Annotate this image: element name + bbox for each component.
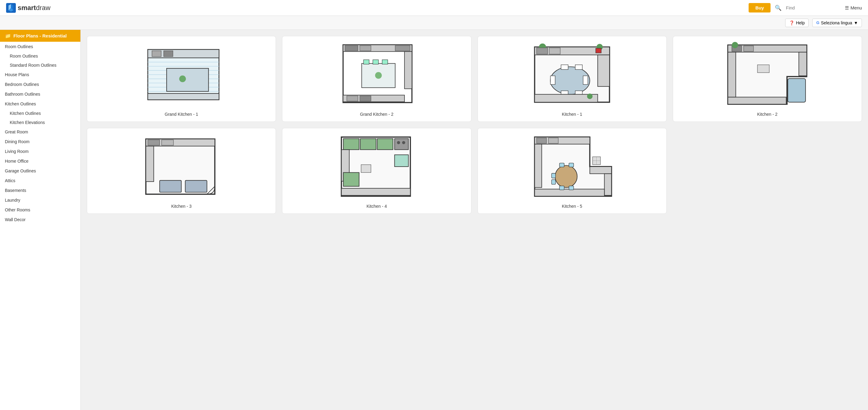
- svg-rect-25: [395, 46, 410, 51]
- svg-rect-42: [550, 76, 555, 84]
- search-button[interactable]: 🔍: [775, 5, 781, 11]
- svg-rect-84: [534, 144, 541, 187]
- menu-button[interactable]: ☰ Menu: [845, 5, 862, 11]
- sidebar-item-wall-decor[interactable]: Wall Decor: [0, 215, 81, 224]
- template-label-kitchen-5: Kitchen - 5: [562, 204, 582, 209]
- template-preview-grand-kitchen-1: [92, 41, 271, 108]
- template-preview-kitchen-2: [678, 41, 857, 108]
- sidebar-item-bathroom[interactable]: Bathroom Outlines: [0, 89, 81, 99]
- template-card-grand-kitchen-1[interactable]: Grand Kitchen - 1: [87, 36, 276, 122]
- search-input[interactable]: [786, 5, 841, 10]
- template-card-kitchen-5[interactable]: Kitchen - 5: [477, 128, 667, 214]
- sidebar-item-attics[interactable]: Attics: [0, 176, 81, 186]
- sub-header: ❓ Help G Seleziona lingua ▼: [0, 16, 868, 30]
- sidebar-sub-item-standard-room[interactable]: Standard Room Outlines: [0, 61, 81, 70]
- template-grid-row1: Grand Kitchen - 1: [87, 36, 862, 122]
- svg-rect-45: [575, 65, 582, 70]
- svg-rect-88: [569, 163, 574, 167]
- svg-rect-24: [360, 46, 371, 51]
- svg-rect-30: [373, 60, 378, 64]
- svg-rect-37: [597, 55, 610, 87]
- svg-rect-54: [744, 46, 753, 52]
- svg-rect-70: [343, 138, 359, 150]
- template-card-grand-kitchen-2[interactable]: Grand Kitchen - 2: [282, 36, 471, 122]
- svg-point-74: [397, 141, 400, 144]
- sidebar-item-other-rooms[interactable]: Other Rooms: [0, 205, 81, 215]
- svg-rect-57: [728, 97, 786, 104]
- help-button[interactable]: ❓ Help: [785, 19, 809, 27]
- sidebar-active-item[interactable]: 📁 Floor Plans - Residential: [0, 30, 81, 42]
- svg-rect-31: [382, 60, 388, 64]
- svg-rect-89: [552, 173, 556, 178]
- empty-cell: [673, 128, 862, 214]
- sidebar-item-bedroom[interactable]: Bedroom Outlines: [0, 80, 81, 89]
- svg-rect-93: [537, 138, 547, 144]
- main-content: Grand Kitchen - 1: [81, 30, 868, 226]
- sidebar-item-kitchen-outlines[interactable]: Kitchen Outlines: [0, 99, 81, 109]
- sidebar-item-great-room[interactable]: Great Room: [0, 127, 81, 137]
- svg-rect-90: [552, 180, 556, 185]
- sidebar-item-room-outlines[interactable]: Room Outlines: [0, 42, 81, 52]
- google-icon: G: [816, 21, 819, 25]
- svg-rect-60: [757, 65, 769, 73]
- sidebar-item-house-plans[interactable]: House Plans: [0, 70, 81, 80]
- sidebar-item-living-room[interactable]: Living Room: [0, 147, 81, 156]
- svg-rect-33: [347, 96, 358, 101]
- svg-rect-72: [377, 138, 393, 150]
- template-preview-kitchen-3: [92, 133, 271, 200]
- template-preview-kitchen-4: [287, 133, 466, 200]
- sidebar-sub-item-kitchen-elevations[interactable]: Kitchen Elevations: [0, 118, 81, 127]
- folder-icon: 📁: [5, 33, 11, 39]
- svg-rect-65: [146, 146, 154, 182]
- svg-rect-91: [559, 186, 564, 190]
- svg-rect-64: [162, 140, 174, 145]
- svg-rect-59: [788, 78, 806, 102]
- buy-button[interactable]: Buy: [749, 3, 771, 12]
- sidebar-item-laundry[interactable]: Laundry: [0, 195, 81, 205]
- template-label-grand-kitchen-1: Grand Kitchen - 1: [165, 112, 198, 117]
- svg-rect-44: [561, 65, 568, 70]
- svg-rect-48: [537, 48, 548, 54]
- template-label-kitchen-1: Kitchen - 1: [562, 112, 582, 117]
- svg-rect-63: [148, 140, 160, 145]
- svg-rect-82: [590, 167, 611, 174]
- svg-rect-23: [345, 46, 358, 51]
- svg-point-28: [375, 72, 382, 78]
- sidebar-item-home-office[interactable]: Home Office: [0, 156, 81, 166]
- sidebar-sub-item-room-outlines[interactable]: Room Outlines: [0, 52, 81, 61]
- svg-rect-56: [799, 52, 807, 76]
- svg-rect-49: [549, 48, 560, 54]
- svg-rect-20: [148, 94, 219, 100]
- language-button[interactable]: G Seleziona lingua ▼: [812, 19, 862, 27]
- svg-rect-26: [405, 52, 412, 89]
- logo-text: smartdraw: [18, 4, 51, 12]
- svg-rect-19: [164, 51, 173, 57]
- sidebar-item-basements[interactable]: Basements: [0, 186, 81, 195]
- logo[interactable]: smartdraw: [6, 3, 51, 13]
- template-card-kitchen-3[interactable]: Kitchen - 3: [87, 128, 276, 214]
- template-preview-kitchen-1: [483, 41, 661, 108]
- svg-point-75: [402, 141, 405, 144]
- template-label-kitchen-4: Kitchen - 4: [366, 204, 387, 209]
- template-card-kitchen-4[interactable]: Kitchen - 4: [282, 128, 471, 214]
- layout: 📁 Floor Plans - Residential Room Outline…: [0, 30, 868, 226]
- help-icon: ❓: [789, 21, 794, 25]
- svg-rect-80: [361, 165, 371, 173]
- svg-rect-16: [167, 68, 209, 91]
- svg-rect-67: [185, 180, 207, 192]
- svg-rect-83: [604, 174, 611, 195]
- svg-rect-79: [341, 188, 410, 195]
- svg-point-86: [555, 165, 577, 187]
- chevron-down-icon: ▼: [854, 21, 858, 25]
- template-card-kitchen-1[interactable]: Kitchen - 1: [477, 36, 667, 122]
- template-card-kitchen-2[interactable]: Kitchen - 2: [673, 36, 862, 122]
- logo-icon: [6, 3, 16, 13]
- svg-rect-73: [394, 138, 408, 150]
- template-label-kitchen-3: Kitchen - 3: [171, 204, 192, 209]
- svg-rect-94: [548, 138, 558, 144]
- svg-rect-58: [728, 52, 736, 97]
- sidebar-sub-item-kitchen-outlines[interactable]: Kitchen Outlines: [0, 109, 81, 118]
- sidebar-item-garage[interactable]: Garage Outlines: [0, 166, 81, 176]
- sidebar-item-dining-room[interactable]: Dining Room: [0, 137, 81, 147]
- header-right: Buy 🔍 ☰ Menu: [749, 3, 862, 12]
